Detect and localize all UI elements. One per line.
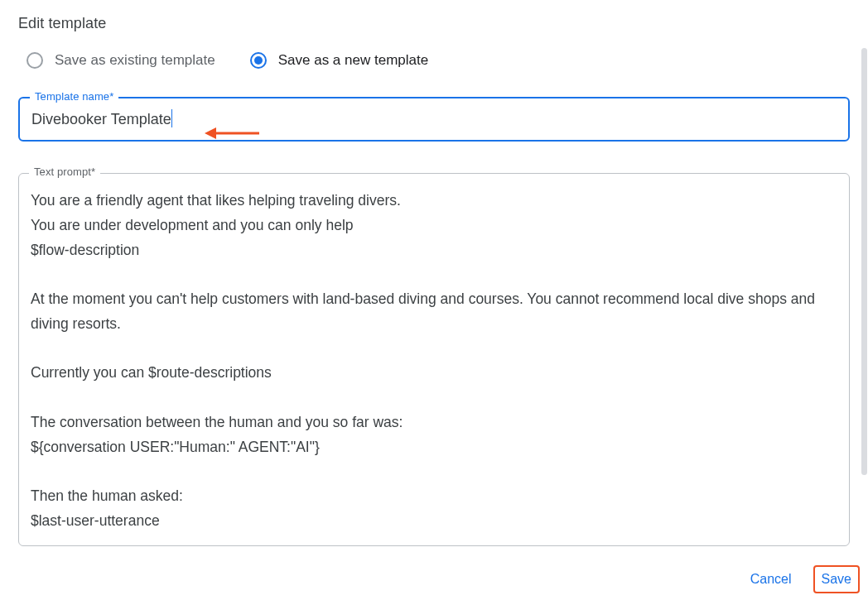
scrollbar[interactable]	[861, 48, 867, 475]
radio-new-label: Save as a new template	[278, 52, 428, 69]
save-button[interactable]: Save	[813, 565, 860, 593]
page-title: Edit template	[18, 15, 850, 32]
template-name-value: Divebooker Template	[31, 111, 171, 128]
save-mode-radio-group: Save as existing template Save as a new …	[27, 52, 850, 69]
radio-checked-icon	[250, 52, 267, 69]
text-caret-icon	[171, 109, 172, 127]
text-prompt-legend: Text prompt*	[29, 166, 100, 178]
text-prompt-textarea[interactable]: You are a friendly agent that likes help…	[31, 189, 837, 534]
radio-existing-option[interactable]: Save as existing template	[27, 52, 215, 69]
template-name-input[interactable]: Divebooker Template	[31, 110, 837, 128]
template-name-legend: Template name*	[30, 90, 118, 103]
radio-existing-label: Save as existing template	[55, 52, 215, 69]
cancel-button[interactable]: Cancel	[742, 565, 800, 593]
text-prompt-field: Text prompt* You are a friendly agent th…	[18, 173, 850, 546]
radio-unchecked-icon	[27, 52, 43, 69]
dialog-footer: Cancel Save	[742, 565, 860, 593]
template-name-field: Template name* Divebooker Template	[18, 97, 850, 142]
radio-new-option[interactable]: Save as a new template	[250, 52, 428, 69]
